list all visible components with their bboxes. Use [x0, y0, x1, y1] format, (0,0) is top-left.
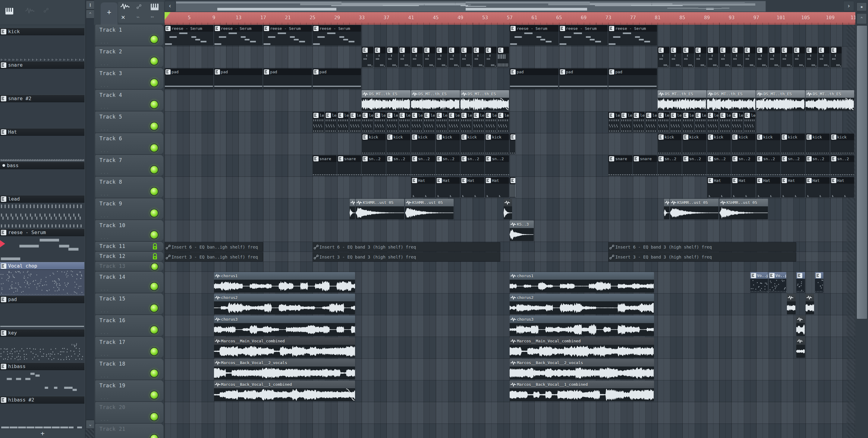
- pattern-clip-reese-serum[interactable]: reese - Serum: [263, 25, 312, 46]
- arrangement-minimap[interactable]: [176, 1, 766, 12]
- track-mute-led[interactable]: [150, 325, 158, 334]
- audio-clip-kshmr-ust-05[interactable]: KSHMR..ust 05: [355, 199, 404, 219]
- track-mute-led[interactable]: [150, 434, 158, 438]
- picker-item-vocal-chop[interactable]: Vocal chop: [0, 262, 84, 270]
- pattern-clip-kick[interactable]: kick: [436, 134, 460, 154]
- pattern-clip-lead[interactable]: lead: [350, 112, 361, 133]
- pattern-clip-kick[interactable]: kick: [658, 134, 682, 154]
- track-mute-led[interactable]: [150, 100, 158, 109]
- track-header-1[interactable]: Track 1...: [95, 25, 163, 46]
- pattern-clip-kick[interactable]: kick: [461, 134, 485, 154]
- audio-clip-chorus2[interactable]: chorus2: [510, 294, 654, 314]
- pattern-clip-lead[interactable]: lead: [485, 112, 497, 133]
- track-mute-led[interactable]: [150, 187, 158, 196]
- pattern-clip-kick[interactable]: kick: [781, 134, 805, 154]
- track-header-17[interactable]: Track 17...: [95, 337, 163, 358]
- audio-clip-chorus1[interactable]: chorus1: [510, 272, 654, 293]
- picker-item-hibass-2[interactable]: hibass #2: [0, 396, 84, 404]
- pattern-clip-sn-2[interactable]: sn..2: [461, 155, 485, 176]
- track-header-11[interactable]: Track 11: [95, 242, 163, 251]
- pattern-clip-lead[interactable]: lead: [682, 112, 694, 133]
- pattern-clip-sn-2[interactable]: sn..2: [436, 155, 460, 176]
- pattern-clip-sn-2[interactable]: sn..2: [386, 155, 410, 176]
- audio-clip-ds-mt-th-e5[interactable]: DS_MT..th_E5: [707, 90, 756, 111]
- track-header-20[interactable]: Track 20...: [95, 402, 163, 423]
- lock-icon[interactable]: [152, 243, 158, 251]
- pattern-clip-lead[interactable]: lead: [744, 112, 755, 133]
- pattern-clip[interactable]: [682, 47, 694, 67]
- picker-scroll-mode-button[interactable]: ❙: [86, 1, 95, 9]
- pattern-clip-hat[interactable]: Hat: [756, 177, 780, 198]
- pattern-clip-pad[interactable]: pad: [559, 68, 608, 89]
- pattern-clip-lead[interactable]: lead: [448, 112, 460, 133]
- pattern-clip-reese-serum[interactable]: reese - Serum: [559, 25, 608, 46]
- audio-clip-marcos-back-vocal-2-vocals[interactable]: Marcos__Back_Vocal__2_vocals: [214, 359, 355, 379]
- picker-item-lead[interactable]: lead: [0, 195, 84, 203]
- pattern-clip-sn-2[interactable]: sn..2: [707, 155, 731, 176]
- pattern-clip[interactable]: [473, 47, 485, 67]
- pattern-clip-reese-serum[interactable]: reese - Serum: [510, 25, 558, 46]
- pattern-clip[interactable]: [510, 134, 515, 154]
- audio-clip[interactable]: [664, 199, 670, 219]
- track-header-21[interactable]: Track 21...: [95, 424, 163, 438]
- track-header-3[interactable]: Track 3...: [95, 68, 163, 89]
- track-header-7[interactable]: Track 7...: [95, 155, 163, 176]
- audio-clip[interactable]: [806, 294, 814, 314]
- pattern-clip-hat[interactable]: Hat: [707, 177, 731, 198]
- picker-scroll-down-button[interactable]: ⌄: [86, 420, 95, 429]
- pattern-clip-lead[interactable]: lead: [670, 112, 682, 133]
- audio-clip-chorus3[interactable]: chorus3: [510, 316, 654, 336]
- audio-clip-kshmr-ust-05[interactable]: KSHMR..ust 05: [670, 199, 719, 219]
- audio-clip-ds-mt-th-e5[interactable]: DS_MT..th_E5: [461, 90, 509, 111]
- picker-item-pad[interactable]: pad: [0, 296, 84, 303]
- pattern-clip-kick[interactable]: kick: [806, 134, 830, 154]
- pattern-clip-sn-2[interactable]: sn..2: [732, 155, 755, 176]
- tool-automation-icon[interactable]: [135, 4, 145, 12]
- pattern-clip[interactable]: [461, 47, 472, 67]
- automation-clip-insert-6-eq-ban-igh-shelf-freq[interactable]: Insert 6 - EQ ban..igh shelf) freq: [164, 242, 263, 252]
- pattern-clip[interactable]: [411, 47, 423, 67]
- track-header-9[interactable]: Track 9...: [95, 199, 163, 219]
- pattern-clip-sn-2[interactable]: sn..2: [830, 155, 855, 176]
- pattern-clip-sn-2[interactable]: sn..2: [485, 155, 509, 176]
- playlist-grid[interactable]: reese - Serumreese - Serumreese - Serumr…: [164, 25, 855, 438]
- track-mute-led[interactable]: [150, 369, 158, 378]
- track-header-15[interactable]: Track 15...: [95, 293, 163, 314]
- pattern-clip[interactable]: [707, 47, 719, 67]
- pattern-clip-reese-serum[interactable]: reese - Serum: [608, 25, 657, 46]
- audio-clip-kshmr-ust-05[interactable]: KSHMR..ust 05: [405, 199, 454, 219]
- pattern-clip[interactable]: [374, 47, 386, 67]
- pattern-clip-lead[interactable]: lead: [362, 112, 373, 133]
- pattern-clip-lead[interactable]: lead: [695, 112, 707, 133]
- audio-clip-ks-3[interactable]: KS..3: [510, 221, 534, 241]
- pattern-clip[interactable]: [497, 47, 509, 67]
- vertical-scrollbar[interactable]: ▪ ⌃: [855, 0, 868, 438]
- picker-add-button[interactable]: +: [0, 430, 85, 438]
- pattern-clip[interactable]: [830, 47, 842, 67]
- pattern-clip-snare[interactable]: snare: [337, 155, 361, 176]
- pattern-clip-pad[interactable]: pad: [510, 68, 558, 89]
- pattern-clip-sn-2[interactable]: sn..2: [781, 155, 805, 176]
- pattern-clip[interactable]: [781, 47, 793, 67]
- tool-pattern-icon[interactable]: [151, 4, 160, 11]
- audio-clip-ds-mt-th-e5[interactable]: DS_MT..th_E5: [411, 90, 460, 111]
- track-mute-led[interactable]: [150, 347, 158, 356]
- tool-wave-icon[interactable]: [121, 4, 130, 11]
- scroll-up-button[interactable]: ⌃: [857, 13, 867, 24]
- track-header-5[interactable]: Track 5...: [95, 112, 163, 133]
- pattern-clip-lead[interactable]: lead: [621, 112, 632, 133]
- pattern-clip-kick[interactable]: kick: [386, 134, 410, 154]
- pattern-clip-sn-2[interactable]: sn..2: [806, 155, 830, 176]
- pattern-clip-sn-2[interactable]: sn..2: [411, 155, 435, 176]
- audio-clip[interactable]: [350, 199, 355, 219]
- timeline-ruler[interactable]: 5913172125293337414549535761656973778185…: [164, 12, 855, 25]
- track-mute-led[interactable]: [151, 263, 158, 270]
- pattern-clip-sn-2[interactable]: sn..2: [658, 155, 682, 176]
- track-header-12[interactable]: Track 12: [95, 252, 163, 261]
- automation-clip-insert-6-eq-band-3-high-shelf-freq[interactable]: Insert 6 - EQ band 3 (high shelf) freq: [608, 242, 796, 252]
- pattern-clip[interactable]: [695, 47, 707, 67]
- picker-filter-patterns-icon[interactable]: [5, 8, 13, 16]
- track-header-16[interactable]: Track 16...: [95, 315, 163, 336]
- pattern-clip-lead[interactable]: lead: [386, 112, 398, 133]
- pattern-clip-snare[interactable]: snare: [608, 155, 632, 176]
